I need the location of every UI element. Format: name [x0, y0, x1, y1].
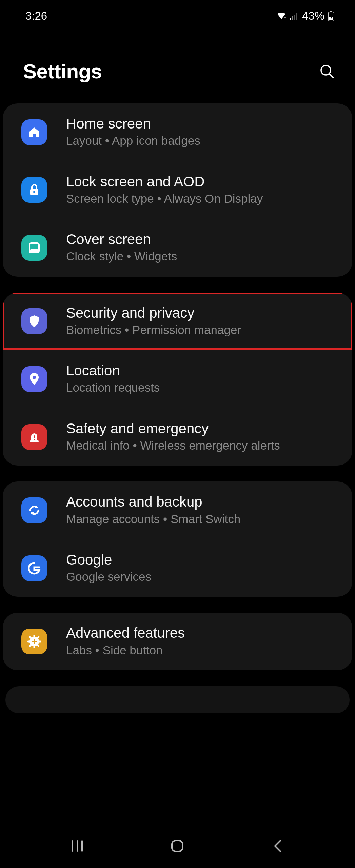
settings-item-title: Google	[66, 552, 340, 568]
settings-item-subtitle: Labs • Side button	[66, 642, 340, 658]
gear-plus-icon	[21, 629, 47, 654]
svg-line-25	[30, 645, 31, 646]
next-group-peek	[5, 686, 350, 713]
search-button[interactable]	[319, 63, 335, 80]
settings-item-subtitle: Layout • App icon badges	[66, 133, 340, 149]
wifi-icon	[276, 12, 287, 20]
settings-item-subtitle: Screen lock type • Always On Display	[66, 191, 340, 206]
home-button[interactable]	[164, 839, 191, 853]
settings-item-subtitle: Google services	[66, 569, 340, 585]
settings-item-title: Cover screen	[66, 231, 340, 248]
settings-group: Home screenLayout • App icon badgesLock …	[3, 103, 352, 277]
google-icon	[21, 555, 47, 581]
cellular-icon	[290, 12, 299, 20]
svg-point-11	[33, 191, 35, 193]
back-button[interactable]	[264, 839, 291, 853]
settings-item-text: Accounts and backupManage accounts • Sma…	[66, 494, 340, 527]
lock-icon	[21, 177, 47, 203]
navigation-bar	[0, 824, 355, 868]
search-icon	[319, 63, 335, 80]
settings-item-title: Lock screen and AOD	[66, 174, 340, 190]
settings-item-text: Safety and emergencyMedical info • Wirel…	[66, 420, 340, 454]
svg-line-24	[37, 645, 39, 646]
settings-item-location[interactable]: LocationLocation requests	[3, 350, 352, 408]
settings-item-safety-emergency[interactable]: Safety and emergencyMedical info • Wirel…	[3, 408, 352, 466]
settings-item-title: Accounts and backup	[66, 494, 340, 510]
svg-line-9	[330, 74, 333, 78]
settings-item-text: GoogleGoogle services	[66, 552, 340, 585]
svg-rect-15	[30, 440, 39, 442]
svg-rect-6	[330, 11, 332, 12]
settings-group: Advanced featuresLabs • Side button	[3, 613, 352, 670]
back-icon	[270, 839, 285, 853]
settings-item-text: Security and privacyBiometrics • Permiss…	[66, 305, 340, 338]
settings-item-subtitle: Manage accounts • Smart Switch	[66, 511, 340, 527]
pin-icon	[21, 366, 47, 392]
battery-icon	[328, 11, 335, 21]
settings-item-security-privacy[interactable]: Security and privacyBiometrics • Permiss…	[3, 293, 352, 350]
settings-item-text: Cover screenClock style • Widgets	[66, 231, 340, 264]
svg-line-26	[37, 637, 39, 638]
svg-rect-2	[292, 16, 293, 20]
home-nav-icon	[170, 839, 185, 853]
shield-icon	[21, 308, 47, 334]
settings-item-subtitle: Location requests	[66, 379, 340, 395]
settings-item-title: Security and privacy	[66, 305, 340, 321]
svg-rect-4	[296, 13, 297, 20]
status-time: 3:26	[25, 9, 47, 22]
settings-group: Security and privacyBiometrics • Permiss…	[3, 293, 352, 466]
svg-rect-13	[29, 249, 39, 253]
settings-item-title: Location	[66, 362, 340, 379]
status-bar: 3:26 43%	[0, 0, 355, 29]
page-title: Settings	[23, 60, 102, 83]
settings-item-accounts-backup[interactable]: Accounts and backupManage accounts • Sma…	[3, 481, 352, 539]
settings-item-title: Advanced features	[66, 625, 340, 641]
svg-point-17	[34, 439, 35, 440]
svg-point-14	[33, 376, 36, 379]
settings-group: Accounts and backupManage accounts • Sma…	[3, 481, 352, 597]
svg-rect-3	[294, 15, 295, 20]
settings-item-home-screen[interactable]: Home screenLayout • App icon badges	[3, 103, 352, 161]
settings-item-text: Lock screen and AODScreen lock type • Al…	[66, 174, 340, 207]
siren-icon	[21, 424, 47, 450]
svg-rect-16	[34, 435, 35, 438]
recents-icon	[70, 839, 85, 853]
settings-item-subtitle: Medical info • Wireless emergency alerts	[66, 437, 340, 453]
cover-icon	[21, 235, 47, 261]
settings-item-google[interactable]: GoogleGoogle services	[3, 539, 352, 597]
recents-button[interactable]	[64, 839, 91, 853]
status-right: 43%	[276, 9, 335, 22]
settings-item-title: Safety and emergency	[66, 420, 340, 437]
settings-item-title: Home screen	[66, 116, 340, 132]
settings-item-text: LocationLocation requests	[66, 362, 340, 396]
page-header: Settings	[0, 29, 355, 103]
svg-rect-32	[172, 841, 183, 851]
settings-content: Home screenLayout • App icon badgesLock …	[0, 103, 355, 713]
settings-item-lock-screen[interactable]: Lock screen and AODScreen lock type • Al…	[3, 161, 352, 219]
battery-percent: 43%	[302, 9, 324, 22]
settings-item-cover-screen[interactable]: Cover screenClock style • Widgets	[3, 219, 352, 277]
settings-item-text: Advanced featuresLabs • Side button	[66, 625, 340, 658]
settings-item-subtitle: Clock style • Widgets	[66, 248, 340, 264]
svg-rect-1	[290, 18, 291, 20]
settings-item-text: Home screenLayout • App icon badges	[66, 116, 340, 149]
settings-item-subtitle: Biometrics • Permission manager	[66, 322, 340, 338]
svg-line-23	[30, 637, 31, 638]
home-icon	[21, 119, 47, 145]
settings-item-advanced-features[interactable]: Advanced featuresLabs • Side button	[3, 613, 352, 670]
sync-icon	[21, 497, 47, 523]
